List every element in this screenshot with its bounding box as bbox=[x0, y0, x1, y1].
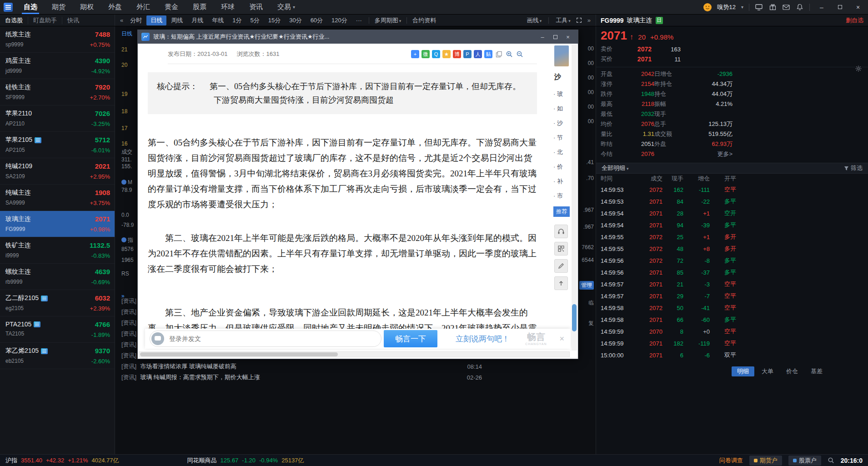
menu-item[interactable]: 股票 bbox=[186, 0, 214, 14]
watchlist-item[interactable]: 纯碱主连SA99991908+3.75% bbox=[0, 185, 115, 211]
period-button[interactable]: 分时 bbox=[126, 15, 146, 25]
period-button[interactable]: 月线 bbox=[187, 15, 207, 25]
contract-info-button[interactable]: 合约资料 bbox=[410, 16, 439, 25]
watchlist-item[interactable]: 玻璃主连FG99992071+0.98% bbox=[0, 211, 115, 237]
period-button[interactable]: 60分 bbox=[306, 15, 327, 25]
related-link[interactable]: · 价 bbox=[553, 163, 563, 171]
copy-icon[interactable] bbox=[496, 51, 502, 58]
comment-input[interactable] bbox=[150, 331, 381, 347]
futures-account-button[interactable]: 期货户 bbox=[749, 456, 782, 466]
watchlist-item[interactable]: 苹果2110AP21107026-3.25% bbox=[0, 105, 115, 132]
customer-service-button[interactable] bbox=[554, 225, 568, 238]
tieba-icon[interactable]: 贴 bbox=[484, 50, 492, 58]
watchlist-item[interactable]: 乙二醇2105eg21056032+2.39% bbox=[0, 290, 115, 316]
scrollbar-thumb[interactable] bbox=[140, 352, 338, 356]
watchlist-item[interactable]: 纸浆主连sp99997488+0.75% bbox=[0, 26, 115, 53]
chevron-down-icon[interactable]: ▾ bbox=[741, 5, 743, 10]
menu-item[interactable]: 黄金 bbox=[157, 0, 186, 14]
gift-icon[interactable] bbox=[768, 3, 777, 11]
menu-item[interactable]: 外汇 bbox=[129, 0, 157, 14]
gear-icon[interactable] bbox=[855, 65, 862, 73]
maximize-button[interactable] bbox=[833, 3, 846, 12]
share-plus-icon[interactable]: + bbox=[411, 50, 419, 58]
menu-item[interactable]: 外盘 bbox=[101, 0, 129, 14]
menu-item[interactable]: 环球 bbox=[214, 0, 242, 14]
index-ths-commodity[interactable]: 同花顺商品 125.67 -1.20 -0.94% 25137亿 bbox=[187, 456, 304, 465]
popup-maximize-button[interactable] bbox=[549, 32, 562, 42]
index-shanghai[interactable]: 沪指 3551.40 +42.32 +1.21% 4024.77亿 bbox=[5, 456, 119, 465]
period-button[interactable]: 年线 bbox=[208, 15, 228, 25]
detail-scope-dropdown[interactable]: 全部明细▾ bbox=[602, 164, 629, 172]
related-link[interactable]: · 市 bbox=[553, 192, 563, 200]
period-button[interactable]: 30分 bbox=[285, 15, 306, 25]
watchlist-item[interactable]: 苯乙烯2105eb21059370-2.60% bbox=[0, 343, 115, 369]
zoom-in-icon[interactable] bbox=[506, 50, 513, 58]
multi-period-button[interactable]: 多周期图▾ bbox=[372, 16, 404, 25]
watchlist-item[interactable]: PTA2105TA21054766-1.89% bbox=[0, 316, 115, 343]
survey-link[interactable]: 问卷调查 bbox=[719, 456, 743, 465]
watchlist-item[interactable]: 硅铁主连SF99997920+2.70% bbox=[0, 79, 115, 105]
watchlist-item[interactable]: 纯碱2109SA21092021+2.95% bbox=[0, 158, 115, 185]
search-icon[interactable] bbox=[828, 457, 834, 464]
write-comment-button[interactable] bbox=[554, 259, 568, 273]
watchlist-item[interactable]: 螺纹主连rb99994639-0.69% bbox=[0, 264, 115, 290]
related-link[interactable]: · 玻 bbox=[553, 90, 563, 98]
comment-hint-link[interactable]: 立刻说两句吧！ bbox=[456, 334, 510, 344]
period-button[interactable]: 1分 bbox=[228, 15, 246, 25]
vertical-scrollbar[interactable] bbox=[572, 45, 577, 351]
detail-tab[interactable]: 大单 bbox=[756, 366, 779, 376]
menu-item[interactable]: 资讯 bbox=[242, 0, 270, 14]
detail-tab[interactable]: 基差 bbox=[805, 366, 828, 376]
post-comment-button[interactable]: 畅言一下 bbox=[384, 330, 437, 347]
qq-icon[interactable]: Q bbox=[432, 50, 440, 58]
news-row[interactable]: [资讯]市场看涨情绪浓厚 玻璃纯碱屡破前高08:14 bbox=[115, 361, 487, 372]
popup-titlebar[interactable]: 玻璃：短期偏高 上涨近尾声行业资讯★行业纪要★行业资讯★行业... – × bbox=[138, 30, 578, 44]
user-badge[interactable]: 嗅势12 bbox=[717, 3, 736, 11]
remove-from-watchlist-button[interactable]: 删自选 bbox=[846, 16, 863, 25]
menu-item[interactable]: 自选 bbox=[16, 0, 45, 14]
user-avatar-icon[interactable] bbox=[703, 3, 712, 12]
period-button[interactable]: 日线 bbox=[146, 15, 166, 25]
stock-account-button[interactable]: 股票户 bbox=[788, 456, 821, 466]
renren-icon[interactable]: 人 bbox=[474, 50, 482, 58]
app-logo-icon[interactable] bbox=[4, 3, 13, 12]
draw-tool-button[interactable]: 画线▾ bbox=[524, 16, 545, 25]
expand-icon[interactable] bbox=[575, 16, 583, 25]
related-link[interactable]: · 节 bbox=[553, 134, 563, 142]
zoom-out-icon[interactable] bbox=[516, 50, 523, 58]
period-button[interactable]: 周线 bbox=[167, 15, 187, 25]
bell-icon[interactable] bbox=[796, 3, 804, 11]
popup-minimize-button[interactable]: – bbox=[536, 32, 549, 42]
collapse-right-icon[interactable]: » bbox=[585, 17, 593, 24]
back-to-top-button[interactable] bbox=[554, 276, 568, 290]
collapse-left-icon[interactable]: « bbox=[118, 17, 125, 24]
sub-tab[interactable]: 盯盘助手 bbox=[28, 17, 62, 24]
scrollbar-thumb[interactable] bbox=[572, 304, 577, 331]
sub-tab[interactable]: 快讯 bbox=[62, 17, 84, 24]
menu-item[interactable]: 期权 bbox=[73, 0, 101, 14]
weibo-icon[interactable]: 博 bbox=[453, 50, 461, 58]
comment-close-icon[interactable]: × bbox=[559, 334, 564, 344]
news-row[interactable]: [资讯]玻璃 纯碱周报：高需求预期下，期价大幅上涨02-26 bbox=[115, 372, 487, 383]
qzone-icon[interactable]: ★ bbox=[442, 50, 451, 58]
detail-tab[interactable]: 明细 bbox=[732, 366, 754, 376]
minimize-button[interactable]: – bbox=[815, 3, 828, 12]
more-link[interactable]: 更多> bbox=[689, 149, 733, 159]
related-link[interactable]: · 补 bbox=[553, 177, 563, 185]
pengyou-icon[interactable]: P bbox=[463, 50, 472, 58]
menu-item[interactable]: 期货 bbox=[45, 0, 73, 14]
qrcode-button[interactable] bbox=[554, 242, 568, 256]
close-button[interactable]: × bbox=[852, 3, 864, 12]
watchlist-item[interactable]: 铁矿主连i99991132.5-0.83% bbox=[0, 237, 115, 264]
watchlist-item[interactable]: 鸡蛋主连jd99994390-4.92% bbox=[0, 53, 115, 79]
filter-button[interactable]: 筛选 bbox=[844, 164, 863, 172]
popup-close-button[interactable]: × bbox=[562, 32, 574, 42]
wechat-icon[interactable]: 微 bbox=[421, 50, 430, 58]
related-link[interactable]: · 如 bbox=[553, 105, 563, 113]
menu-item[interactable]: 交易▾ bbox=[270, 0, 302, 14]
screen-share-icon[interactable] bbox=[755, 3, 763, 11]
related-link[interactable]: · 北 bbox=[553, 148, 563, 156]
detail-tab[interactable]: 价仓 bbox=[781, 366, 803, 376]
watchlist-item[interactable]: 苹果2105AP21055712-6.01% bbox=[0, 132, 115, 158]
period-button[interactable]: 120分 bbox=[327, 15, 351, 25]
